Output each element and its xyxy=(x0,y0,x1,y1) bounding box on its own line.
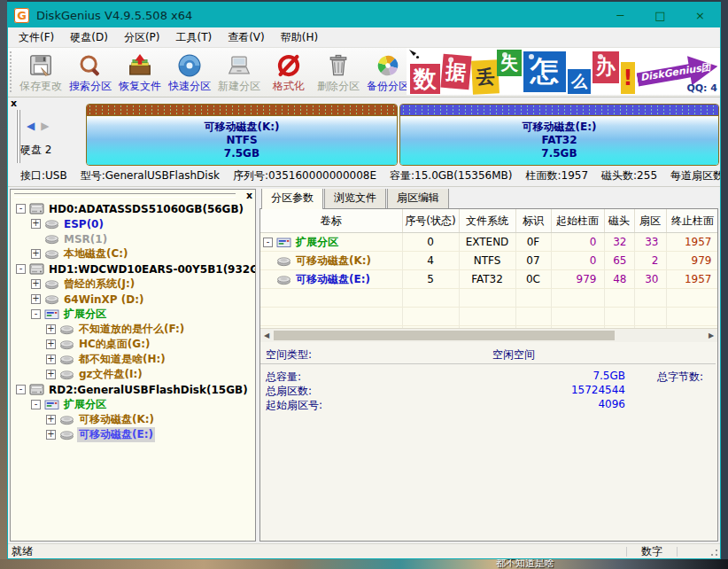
toolbar-button-quick[interactable]: 快速分区 xyxy=(165,48,214,97)
tree-expander[interactable]: - xyxy=(31,400,41,409)
maximize-button[interactable]: □ xyxy=(640,3,680,27)
tree-item[interactable]: +不知道放的是什么(F:) xyxy=(11,322,255,337)
column-header[interactable]: 标识 xyxy=(515,209,551,233)
banner-char: 怎 xyxy=(523,51,566,92)
tree-item[interactable]: +ESP(0) xyxy=(11,216,255,231)
disk-map-close-button[interactable]: x xyxy=(11,98,17,108)
tree-item[interactable]: +本地磁盘(C:) xyxy=(11,246,255,261)
tab-partition-params[interactable]: 分区参数 xyxy=(261,189,323,209)
scroll-left-arrow-icon[interactable]: ◀ xyxy=(260,329,273,342)
cell: 可移动磁盘(E:) xyxy=(260,270,402,289)
partition-box-k[interactable]: 可移动磁盘(K:)NTFS7.5GB xyxy=(86,104,398,166)
row-expander[interactable]: - xyxy=(263,238,273,247)
tree-expander[interactable]: - xyxy=(16,385,26,394)
tree-item[interactable]: +可移动磁盘(E:) xyxy=(11,427,255,442)
partition-row[interactable]: -扩展分区0EXTEND0F032331957 xyxy=(260,233,717,252)
column-header[interactable]: 磁头 xyxy=(604,209,634,233)
close-button[interactable]: × xyxy=(680,3,720,27)
app-logo-icon[interactable]: G xyxy=(14,8,29,23)
tree-expander[interactable]: + xyxy=(46,339,56,349)
tree-item[interactable]: MSR(1) xyxy=(11,231,255,246)
tree-item[interactable]: +HC的桌面(G:) xyxy=(11,337,255,352)
tree-expander[interactable]: + xyxy=(46,415,56,425)
column-header[interactable]: 终止柱面 xyxy=(666,209,717,233)
tree-panel-grip[interactable] xyxy=(14,193,236,198)
partition-label-wrap: 可移动磁盘(K:) xyxy=(260,253,402,269)
tree-expander[interactable]: - xyxy=(16,264,26,274)
disk-info-model: 型号:GeneralUSBFlashDisk xyxy=(81,169,220,182)
tree-expander[interactable]: + xyxy=(46,370,56,379)
menu-item-help[interactable]: 帮助(H) xyxy=(273,27,326,48)
menu-item-partition[interactable]: 分区(P) xyxy=(116,27,168,48)
partition-box-e[interactable]: 可移动磁盘(E:)FAT327.5GB xyxy=(399,104,719,166)
toolbar-button-recover[interactable]: 恢复文件 xyxy=(115,48,165,97)
tree-item[interactable]: -HD1:WDCWD10EARS-00Y5B1(932GB) xyxy=(11,261,255,277)
partition-name: 可移动磁盘(K:) xyxy=(294,253,373,269)
tree-item[interactable]: -扩展分区 xyxy=(11,397,255,412)
column-header[interactable]: 序号(状态) xyxy=(402,209,459,233)
cell: -扩展分区 xyxy=(260,233,402,252)
menu-item-file[interactable]: 文件(F) xyxy=(11,27,62,48)
tree-expander[interactable]: + xyxy=(46,355,56,364)
resize-grip[interactable] xyxy=(708,546,719,557)
cell: 0 xyxy=(551,233,604,252)
ad-banner[interactable]: 数据丢失怎么办! DiskGenius团队 QQ: 4 xyxy=(407,48,720,95)
tree-expander[interactable]: + xyxy=(31,219,41,229)
menu-item-disk[interactable]: 硬盘(D) xyxy=(62,27,116,48)
empty-cell xyxy=(604,289,634,308)
tree-expander[interactable]: + xyxy=(31,279,41,289)
toolbar-button-format[interactable]: 格式化 xyxy=(264,48,314,97)
column-header[interactable]: 起始柱面 xyxy=(551,209,604,233)
tree-panel-close-button[interactable]: x xyxy=(246,190,252,201)
tree-expander[interactable]: + xyxy=(46,430,56,440)
disk-info-label: 容量: xyxy=(390,169,414,182)
partition-row[interactable]: 可移动磁盘(K:)4NTFS070652979 xyxy=(260,252,717,270)
disk-info-heads: 磁头数:255 xyxy=(601,169,657,182)
toolbar-grip[interactable] xyxy=(10,51,14,93)
toolbar-button-label: 搜索分区 xyxy=(69,79,112,94)
column-header[interactable]: 扇区 xyxy=(634,209,666,233)
menu-item-view[interactable]: 查看(V) xyxy=(220,27,273,48)
column-header[interactable]: 卷标 xyxy=(260,209,402,233)
banner-char: 办 xyxy=(592,51,619,83)
tree-item[interactable]: -HD0:ADATASSDS51060GB(56GB) xyxy=(11,201,255,216)
tree-item-label: 扩展分区 xyxy=(62,397,108,412)
tree-item[interactable]: +曾经的系统(J:) xyxy=(11,277,255,292)
toolbar-button-search[interactable]: 搜索分区 xyxy=(66,48,115,97)
tree-expander[interactable]: - xyxy=(31,309,41,319)
empty-cell xyxy=(515,308,551,326)
toolbar-button-delete[interactable]: 删除分区 xyxy=(314,48,363,97)
partition-box-body: 可移动磁盘(E:)FAT327.5GB xyxy=(400,116,718,165)
tree-item[interactable]: +可移动磁盘(K:) xyxy=(11,412,255,427)
tree-item[interactable]: +都不知道是啥(H:) xyxy=(11,352,255,367)
scrollbar-thumb[interactable] xyxy=(274,331,615,340)
minimize-button[interactable]: ─ xyxy=(600,3,640,27)
prev-disk-arrow-icon[interactable]: ◀ xyxy=(27,120,35,132)
next-disk-arrow-icon[interactable]: ▶ xyxy=(41,120,49,132)
titlebar: G DiskGenius V4.9.5.508 x64 ─□× xyxy=(8,3,720,27)
toolbar-button-backup[interactable]: 备份分区 xyxy=(363,48,413,97)
scroll-right-arrow-icon[interactable]: ▶ xyxy=(705,329,717,342)
menu-item-tools[interactable]: 工具(T) xyxy=(167,27,220,48)
tab-browse-files[interactable]: 浏览文件 xyxy=(324,189,386,208)
tab-sector-edit[interactable]: 扇区编辑 xyxy=(387,189,449,208)
toolbar-button-save[interactable]: 保存更改 xyxy=(16,48,66,97)
partition-label-wrap: -扩展分区 xyxy=(260,235,402,250)
empty-cell xyxy=(604,308,634,326)
tree-item[interactable]: -扩展分区 xyxy=(11,307,255,322)
toolbar-button-newpart[interactable]: 新建分区 xyxy=(214,48,264,97)
recover-icon xyxy=(127,52,153,79)
tree-expander[interactable]: + xyxy=(31,294,41,304)
tree-expander[interactable]: + xyxy=(31,249,41,259)
column-header[interactable]: 文件系统 xyxy=(459,209,515,233)
tree-item[interactable]: +gz文件盘(I:) xyxy=(11,367,255,382)
partition-row[interactable]: 可移动磁盘(E:)5FAT320C97948301957 xyxy=(260,270,717,289)
part-icon xyxy=(59,323,74,335)
tree-item[interactable]: +64WinXP (D:) xyxy=(11,292,255,307)
tree-expander[interactable]: - xyxy=(16,204,26,214)
tree-item[interactable]: -RD2:GeneralUSBFlashDisk(15GB) xyxy=(11,382,255,397)
tree-expander[interactable]: + xyxy=(46,324,56,334)
horizontal-scrollbar[interactable]: ◀ ▶ xyxy=(260,328,717,342)
partition-name: 可移动磁盘(E:) xyxy=(523,121,597,134)
disk-info-label: 型号: xyxy=(81,169,105,182)
